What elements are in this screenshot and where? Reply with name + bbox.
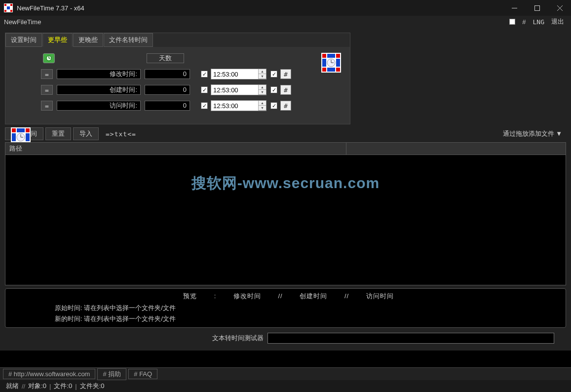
tab-earlier[interactable]: 更早些 (42, 33, 73, 47)
titlebar: NewFileTime 7.37 - x64 (0, 0, 571, 16)
eq-button-create[interactable]: = (41, 85, 53, 95)
status-objects: 对象:0 (28, 382, 46, 391)
tab-later[interactable]: 更晚些 (73, 33, 103, 47)
label-access: 访问时间: (57, 101, 141, 111)
menubar-lng[interactable]: LNG (533, 18, 544, 26)
svg-rect-24 (336, 54, 340, 58)
preview-new-row: 新的时间: 请在列表中选择一个文件夹/文件 (15, 314, 556, 324)
preview-header: 预览 : 修改时间 // 创建时间 // 访问时间 (15, 292, 556, 301)
tester-label: 文本转时间测试器 (212, 334, 264, 343)
checkbox-create-2[interactable]: ✓ (270, 86, 277, 93)
tab-filename-to-time[interactable]: 文件名转时间 (104, 33, 153, 47)
days-input-create[interactable]: 0 (145, 85, 190, 95)
tab-body: 天数 = 修改时间: 0 ✓ 12:53:00 ▲▼ ✓ # = 创建时间: 0 (5, 47, 350, 124)
drag-drop-hint[interactable]: 通过拖放添加文件 ▼ (503, 129, 566, 138)
text-to-time-tester: 文本转时间测试器 (5, 328, 566, 346)
svg-rect-18 (26, 133, 30, 141)
checkbox-access-1[interactable]: ✓ (201, 102, 208, 109)
path-column-header[interactable]: 路径 (5, 143, 566, 155)
svg-rect-11 (12, 128, 16, 132)
txt-export-link[interactable]: =>txt<= (101, 129, 141, 139)
checkbox-access-2[interactable]: ✓ (270, 102, 277, 109)
tab-set-time[interactable]: 设置时间 (5, 33, 42, 47)
svg-rect-25 (322, 68, 326, 72)
label-create: 创建时间: (57, 85, 141, 95)
footer-link-website[interactable]: # http://www.softwareok.com (3, 369, 95, 379)
svg-rect-2 (10, 4, 12, 6)
status-ready: 就绪 (6, 382, 19, 391)
app-name-menu[interactable]: NewFileTime (4, 18, 41, 26)
footer-links: # http://www.softwareok.com # 捐助 # FAQ (0, 367, 571, 380)
svg-rect-17 (12, 133, 16, 141)
svg-rect-12 (26, 128, 30, 132)
svg-rect-28 (327, 68, 335, 72)
hash-button-access[interactable]: # (280, 101, 291, 111)
tester-input[interactable] (267, 333, 554, 344)
preview-original-row: 原始时间: 请在列表中选择一个文件夹/文件 (15, 303, 556, 314)
svg-rect-26 (336, 68, 340, 72)
close-button[interactable] (548, 0, 571, 16)
spinner-modify[interactable]: ▲▼ (258, 69, 266, 79)
checkbox-create-1[interactable]: ✓ (201, 86, 208, 93)
days-header-button[interactable]: 天数 (147, 53, 184, 63)
tabs: 设置时间 更早些 更晚些 文件名转时间 (5, 33, 350, 47)
window-title: NewFileTime 7.37 - x64 (17, 4, 503, 12)
app-icon (4, 3, 13, 12)
toolbar: 更新时间 重置 导入 =>txt<= 通过拖放添加文件 ▼ (5, 124, 566, 142)
svg-rect-27 (327, 54, 335, 58)
column-divider[interactable] (346, 143, 346, 155)
svg-rect-4 (10, 10, 12, 12)
maximize-button[interactable] (526, 0, 548, 16)
svg-rect-5 (7, 6, 10, 9)
footer-link-faq[interactable]: # FAQ (128, 369, 157, 379)
menubar-checkbox[interactable] (509, 19, 515, 25)
menubar-hash[interactable]: # (522, 18, 526, 26)
menubar: NewFileTime # LNG 退出 (0, 16, 571, 28)
time-input-create[interactable]: 12:53:00 ▲▼ (211, 84, 266, 95)
spinner-create[interactable]: ▲▼ (258, 85, 266, 95)
settings-panel: 设置时间 更早些 更晚些 文件名转时间 天数 (5, 33, 350, 124)
content: 设置时间 更早些 更晚些 文件名转时间 天数 (0, 28, 571, 351)
menubar-exit[interactable]: 退出 (551, 17, 564, 26)
days-input-access[interactable]: 0 (145, 101, 190, 111)
svg-rect-6 (512, 8, 517, 8)
clock-icon (46, 55, 52, 61)
time-input-access[interactable]: 12:53:00 ▲▼ (211, 100, 266, 111)
eq-button-access[interactable]: = (41, 101, 53, 111)
svg-rect-3 (4, 10, 6, 12)
footer-link-donate[interactable]: # 捐助 (97, 368, 126, 380)
minimize-button[interactable] (503, 0, 526, 16)
svg-rect-29 (322, 59, 326, 67)
app-logo-panel (321, 53, 341, 73)
label-modify: 修改时间: (57, 69, 141, 79)
watermark-text: 搜软网-www.secruan.com (5, 173, 566, 194)
clock-button[interactable] (43, 53, 55, 63)
spinner-access[interactable]: ▲▼ (258, 101, 266, 111)
statusbar: 就绪 // 对象:0 | 文件:0 | 文件夹:0 (0, 380, 571, 392)
status-files: 文件:0 (54, 382, 72, 391)
reset-button[interactable]: 重置 (45, 127, 71, 140)
status-folders: 文件夹:0 (80, 382, 105, 391)
time-input-modify[interactable]: 12:53:00 ▲▼ (211, 69, 266, 79)
checkbox-modify-2[interactable]: ✓ (270, 71, 277, 78)
checkbox-modify-1[interactable]: ✓ (201, 71, 208, 78)
svg-rect-1 (4, 4, 6, 6)
eq-button-modify[interactable]: = (41, 69, 53, 79)
file-list[interactable]: 路径 搜软网-www.secruan.com (5, 142, 566, 285)
svg-rect-7 (534, 5, 539, 10)
svg-rect-30 (336, 59, 340, 67)
hash-button-create[interactable]: # (280, 85, 291, 95)
import-button[interactable]: 导入 (73, 127, 99, 140)
preview-panel: 预览 : 修改时间 // 创建时间 // 访问时间 原始时间: 请在列表中选择一… (5, 288, 566, 328)
hash-button-modify[interactable]: # (280, 69, 291, 79)
svg-rect-23 (322, 54, 326, 58)
svg-rect-15 (17, 128, 25, 132)
days-input-modify[interactable]: 0 (145, 69, 190, 79)
